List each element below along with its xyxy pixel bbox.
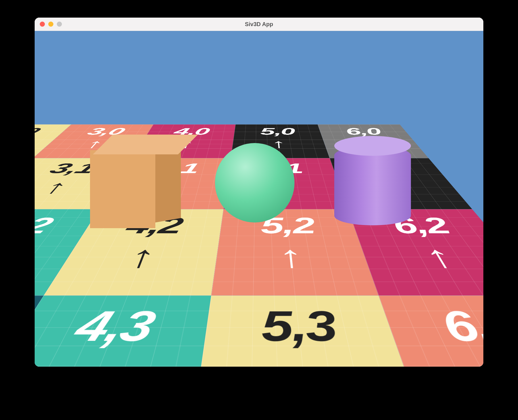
tile-coord-label: 6,0 (318, 127, 410, 136)
grid-tile: 5,0↑ (231, 125, 329, 158)
app-window: Siv3D App 0,0↑1,0↑2,0↑3,0↑4,0↑5,0↑6,0↑0,… (35, 18, 483, 367)
tile-coord-label: 3,1 (35, 161, 130, 175)
tile-coord-label: 5,1 (228, 161, 336, 175)
arrow-up-icon: ↑ (232, 138, 327, 150)
tile-coord-label: 5,0 (234, 127, 322, 136)
titlebar[interactable]: Siv3D App (35, 18, 483, 31)
tile-coord-label: 6,3 (382, 305, 483, 348)
arrow-up-icon: ↑ (360, 242, 483, 272)
arrow-up-icon: ↑ (214, 242, 370, 272)
arrow-up-icon: ↑ (42, 138, 145, 150)
arrow-up-icon: ↑ (35, 178, 119, 196)
tile-coord-label: 4,2 (81, 215, 223, 237)
grid-tile: 5,1↑ (224, 158, 348, 209)
tile-coord-label: 5,2 (220, 215, 358, 237)
grid-tile: 6,0↑ (318, 125, 429, 158)
tile-coord-label: 3,0 (58, 127, 152, 136)
tile-coord-label: 6,1 (331, 161, 443, 175)
grid-tile: 5,2↑ (211, 209, 379, 295)
grid-tile: 4,3↑ (35, 296, 211, 367)
viewport-3d[interactable]: 0,0↑1,0↑2,0↑3,0↑4,0↑5,0↑6,0↑0,1↑1,1↑2,1↑… (35, 31, 483, 367)
tile-coord-label: 4,1 (121, 161, 230, 175)
arrow-up-icon: ↑ (401, 358, 483, 367)
arrow-up-icon: ↑ (35, 358, 202, 367)
arrow-up-icon: ↑ (193, 358, 423, 367)
tile-coord-label: 6,2 (350, 215, 483, 237)
arrow-up-icon: ↑ (323, 138, 421, 150)
tile-coord-label: 5,3 (204, 305, 397, 348)
floor-grid: 0,0↑1,0↑2,0↑3,0↑4,0↑5,0↑6,0↑0,1↑1,1↑2,1↑… (35, 31, 483, 125)
scene-3d: 0,0↑1,0↑2,0↑3,0↑4,0↑5,0↑6,0↑0,1↑1,1↑2,1↑… (35, 31, 483, 367)
arrow-up-icon: ↑ (35, 242, 78, 272)
arrow-up-icon: ↑ (59, 242, 219, 272)
window-title: Siv3D App (35, 21, 483, 28)
grid-tile: 6,1↑ (330, 158, 472, 209)
arrow-up-icon: ↑ (225, 178, 343, 196)
arrow-up-icon: ↑ (107, 178, 228, 196)
tile-coord-label: 4,0 (146, 127, 235, 136)
arrow-up-icon: ↑ (137, 138, 234, 150)
arrow-up-icon: ↑ (337, 178, 461, 196)
tile-coord-label: 4,3 (35, 305, 210, 348)
grid-tile: 4,2↑ (44, 209, 224, 295)
